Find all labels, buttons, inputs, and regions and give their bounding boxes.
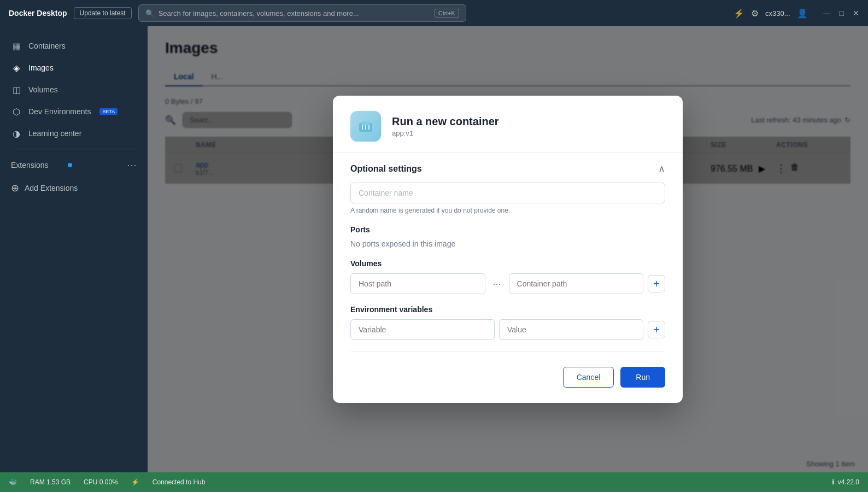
container-name-input[interactable]	[350, 183, 665, 203]
titlebar: Docker Desktop Update to latest 🔍 Search…	[0, 0, 868, 26]
extensions-label: Extensions	[11, 161, 66, 169]
sidebar-item-label-images: Images	[28, 63, 54, 72]
modal-title-block: Run a new container app:v1	[392, 115, 499, 137]
learning-center-icon: ◑	[11, 128, 22, 139]
sidebar-item-dev-environments[interactable]: ⬡ Dev Environments BETA	[0, 101, 148, 122]
sidebar-item-volumes[interactable]: ◫ Volumes	[0, 79, 148, 101]
host-path-input[interactable]	[350, 273, 485, 294]
content-area: Images Local H... 0 Bytes / 97 🔍 Last re…	[148, 26, 868, 472]
svg-rect-1	[361, 121, 370, 125]
cancel-button[interactable]: Cancel	[563, 367, 614, 388]
search-icon: 🔍	[145, 9, 154, 17]
version-label: v4.22.0	[838, 478, 859, 486]
sidebar: ▦ Containers ◈ Images ◫ Volumes ⬡ Dev En…	[0, 26, 148, 472]
maximize-button[interactable]: □	[840, 9, 844, 17]
sidebar-extensions: Extensions ⋯	[0, 154, 148, 177]
sidebar-item-containers[interactable]: ▦ Containers	[0, 35, 148, 57]
statusbar: 🐳 RAM 1.53 GB CPU 0.00% ⚡ Connected to H…	[0, 472, 868, 492]
beta-badge: BETA	[99, 108, 118, 115]
container-name-field: A random name is generated if you do not…	[350, 183, 665, 214]
global-search[interactable]: 🔍 Search for images, containers, volumes…	[138, 4, 466, 22]
minimize-button[interactable]: —	[823, 9, 831, 17]
modal-footer: Cancel Run	[350, 362, 665, 388]
user-label[interactable]: cx330...	[765, 9, 790, 17]
search-placeholder: Search for images, containers, volumes, …	[159, 9, 359, 17]
statusbar-right: ℹ v4.22.0	[832, 478, 859, 486]
info-icon: ℹ	[832, 478, 835, 486]
extensions-menu-icon[interactable]: ⋯	[127, 159, 137, 171]
sidebar-item-label-containers: Containers	[28, 42, 66, 50]
titlebar-actions: ⚡ ⚙ cx330... 👤	[734, 8, 808, 19]
ports-section-title: Ports	[350, 225, 665, 234]
browse-button[interactable]: ···	[490, 278, 505, 290]
optional-settings-header: Optional settings ∧	[350, 153, 665, 183]
app-brand: Docker Desktop	[9, 9, 67, 17]
main-layout: ▦ Containers ◈ Images ◫ Volumes ⬡ Dev En…	[0, 26, 868, 472]
sidebar-item-label-dev: Dev Environments	[28, 107, 91, 116]
container-name-hint: A random name is generated if you do not…	[350, 207, 665, 214]
add-extensions-icon: ⊕	[11, 182, 19, 194]
env-vars-section-title: Environment variables	[350, 305, 665, 314]
modal-body: Optional settings ∧ A random name is gen…	[333, 153, 683, 403]
containers-icon: ▦	[11, 40, 22, 51]
sidebar-add-extensions[interactable]: ⊕ Add Extensions	[0, 177, 148, 200]
modal-icon	[350, 111, 381, 142]
volumes-icon: ◫	[11, 84, 22, 95]
sidebar-item-label-volumes: Volumes	[28, 85, 58, 94]
window-controls: — □ ✕	[823, 9, 859, 17]
ram-label: RAM 1.53 GB	[30, 478, 71, 486]
ports-empty-text: No ports exposed in this image	[350, 239, 665, 248]
extensions-dot	[68, 163, 72, 167]
add-env-button[interactable]: +	[648, 321, 665, 338]
variable-input[interactable]	[350, 319, 495, 340]
modal-overlay: Run a new container app:v1 Optional sett…	[148, 26, 868, 472]
dev-environments-icon: ⬡	[11, 106, 22, 117]
whale-icon: 🐳	[9, 478, 17, 486]
search-shortcut: Ctrl+K	[435, 9, 459, 17]
update-button[interactable]: Update to latest	[74, 7, 132, 19]
add-extensions-label: Add Extensions	[25, 184, 78, 192]
sidebar-item-label-learning: Learning center	[28, 129, 81, 138]
hub-icon: ⚡	[131, 478, 139, 486]
value-input[interactable]	[499, 319, 643, 340]
plugins-icon[interactable]: ⚡	[734, 8, 744, 19]
images-icon: ◈	[11, 62, 22, 73]
run-button[interactable]: Run	[620, 367, 665, 388]
modal-title: Run a new container	[392, 115, 499, 128]
modal-divider	[350, 351, 665, 352]
hub-label: Connected to Hub	[153, 478, 206, 486]
env-vars-row: +	[350, 319, 665, 340]
container-path-input[interactable]	[509, 273, 644, 294]
collapse-optional-button[interactable]: ∧	[658, 164, 665, 174]
modal-subtitle: app:v1	[392, 129, 499, 137]
avatar-icon[interactable]: 👤	[797, 8, 808, 19]
cpu-label: CPU 0.00%	[84, 478, 118, 486]
optional-settings-title: Optional settings	[350, 164, 422, 174]
settings-icon[interactable]: ⚙	[751, 8, 759, 19]
run-container-modal: Run a new container app:v1 Optional sett…	[333, 96, 683, 403]
volumes-row: ··· +	[350, 273, 665, 294]
volumes-section-title: Volumes	[350, 259, 665, 268]
sidebar-divider	[11, 149, 137, 149]
sidebar-item-images[interactable]: ◈ Images	[0, 57, 148, 79]
close-button[interactable]: ✕	[853, 9, 859, 17]
modal-header: Run a new container app:v1	[333, 96, 683, 153]
add-volume-button[interactable]: +	[648, 275, 665, 292]
sidebar-item-learning-center[interactable]: ◑ Learning center	[0, 122, 148, 144]
